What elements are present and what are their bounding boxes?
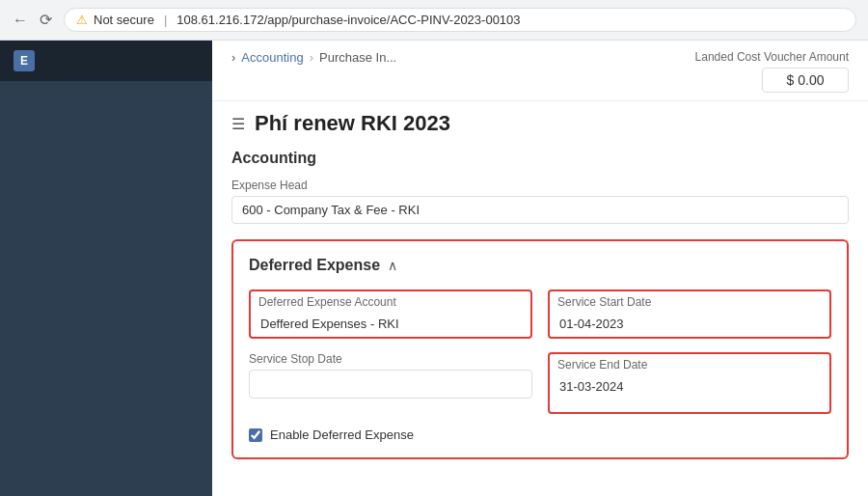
top-bar: › Accounting › Purchase In... Landed Cos… bbox=[212, 41, 868, 101]
service-stop-label: Service Stop Date bbox=[249, 352, 532, 366]
deferred-account-value: Deffered Expenses - RKI bbox=[253, 313, 529, 335]
service-stop-field: Service Stop Date bbox=[249, 352, 532, 399]
service-start-label: Service Start Date bbox=[552, 293, 827, 309]
browser-controls: ← ⟳ bbox=[12, 12, 54, 29]
address-bar[interactable]: ⚠ Not secure | 108.61.216.172/app/purcha… bbox=[64, 8, 856, 32]
deferred-header: Deferred Expense ∧ bbox=[249, 257, 831, 274]
reload-button[interactable]: ⟳ bbox=[37, 12, 54, 29]
service-end-field: Service End Date 31-03-2024 bbox=[548, 352, 831, 414]
sidebar: E bbox=[0, 41, 212, 496]
accounting-section: Accounting Expense Head 600 - Company Ta… bbox=[231, 150, 849, 224]
breadcrumb-purchase: Purchase In... bbox=[319, 50, 396, 65]
breadcrumb-sep: › bbox=[310, 50, 313, 65]
deferred-expense-section: Deferred Expense ∧ Deferred Expense Acco… bbox=[231, 239, 849, 459]
service-dates-row: Service Stop Date Service End Date 31-03… bbox=[249, 352, 831, 414]
back-button[interactable]: ← bbox=[12, 12, 29, 29]
expense-head-label: Expense Head bbox=[231, 179, 849, 192]
service-start-field: Service Start Date 01-04-2023 bbox=[548, 289, 831, 339]
landed-cost-label: Landed Cost Voucher Amount bbox=[695, 50, 849, 64]
security-warning-icon: ⚠ bbox=[76, 13, 88, 27]
deferred-account-label: Deferred Expense Account bbox=[253, 293, 529, 309]
deferred-grid: Deferred Expense Account Deffered Expens… bbox=[249, 289, 831, 339]
deferred-account-field: Deferred Expense Account Deffered Expens… bbox=[249, 289, 532, 339]
breadcrumb-accounting[interactable]: Accounting bbox=[241, 50, 303, 65]
page-title: Phí renew RKI 2023 bbox=[255, 111, 450, 136]
main-content: › Accounting › Purchase In... Landed Cos… bbox=[212, 41, 868, 496]
accounting-section-title: Accounting bbox=[231, 150, 849, 167]
breadcrumb: › Accounting › Purchase In... bbox=[231, 50, 396, 65]
security-label: Not secure bbox=[94, 13, 154, 27]
landed-cost-section: Landed Cost Voucher Amount $ 0.00 bbox=[695, 50, 849, 93]
separator: | bbox=[164, 13, 167, 27]
landed-cost-value: $ 0.00 bbox=[762, 68, 849, 93]
service-start-value: 01-04-2023 bbox=[552, 313, 827, 335]
app-logo: E bbox=[14, 50, 35, 71]
content-body: Accounting Expense Head 600 - Company Ta… bbox=[212, 150, 868, 479]
sidebar-header: E bbox=[0, 41, 212, 81]
hamburger-icon[interactable]: ☰ bbox=[231, 115, 245, 133]
enable-deferred-row: Enable Deferred Expense bbox=[249, 427, 831, 442]
service-end-label: Service End Date bbox=[552, 356, 827, 372]
deferred-title: Deferred Expense bbox=[249, 257, 380, 274]
enable-deferred-label: Enable Deferred Expense bbox=[270, 427, 414, 442]
app-layout: E › Accounting › Purchase In... Landed C… bbox=[0, 41, 868, 496]
chevron-up-icon[interactable]: ∧ bbox=[388, 258, 397, 273]
page-title-area: ☰ Phí renew RKI 2023 bbox=[212, 101, 868, 150]
browser-chrome: ← ⟳ ⚠ Not secure | 108.61.216.172/app/pu… bbox=[0, 0, 868, 41]
service-end-value: 31-03-2024 bbox=[552, 375, 827, 398]
enable-deferred-checkbox[interactable] bbox=[249, 428, 262, 442]
service-stop-value bbox=[249, 370, 532, 399]
expense-head-value: 600 - Company Tax & Fee - RKI bbox=[231, 196, 849, 224]
url-text: 108.61.216.172/app/purchase-invoice/ACC-… bbox=[176, 13, 520, 27]
breadcrumb-arrow: › bbox=[231, 50, 235, 65]
